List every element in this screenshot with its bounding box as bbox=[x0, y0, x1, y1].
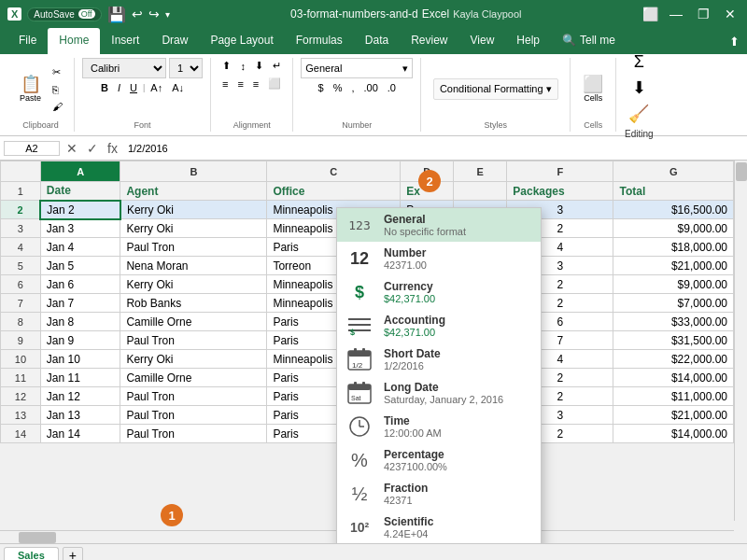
cell-14g[interactable]: $14,000.00 bbox=[613, 425, 734, 443]
cells-btn[interactable]: ⬜ Cells bbox=[578, 73, 608, 105]
scroll-thumb-h[interactable] bbox=[19, 532, 56, 543]
copy-btn[interactable]: ⎘ bbox=[49, 82, 66, 97]
cell-1a[interactable]: Date bbox=[40, 182, 120, 201]
tab-formulas[interactable]: Formulas bbox=[285, 28, 354, 54]
formula-insert-fn[interactable]: fx bbox=[105, 141, 120, 156]
tab-home[interactable]: Home bbox=[48, 28, 100, 54]
cell-9g[interactable]: $31,500.00 bbox=[613, 331, 734, 350]
cell-2b[interactable]: Kerry Oki bbox=[120, 201, 267, 219]
paste-btn[interactable]: 📋 Paste bbox=[15, 73, 46, 105]
font-size-select[interactable]: 14 bbox=[169, 58, 203, 78]
cell-3g[interactable]: $9,000.00 bbox=[613, 219, 734, 238]
format-item-long-date[interactable]: Sat Long Date Saturday, January 2, 2016 bbox=[337, 376, 541, 410]
cell-7b[interactable]: Rob Banks bbox=[120, 294, 267, 313]
conditional-formatting-btn[interactable]: Conditional Formatting ▾ bbox=[433, 78, 558, 100]
cell-4g[interactable]: $18,000.00 bbox=[613, 238, 734, 257]
cell-12a[interactable]: Jan 12 bbox=[40, 387, 120, 406]
col-header-b[interactable]: B bbox=[120, 161, 267, 182]
cell-1f[interactable]: Packages bbox=[507, 182, 613, 201]
align-top-btn[interactable]: ⬆ bbox=[218, 58, 234, 74]
sheet-add-btn[interactable]: + bbox=[63, 547, 83, 561]
formula-confirm[interactable]: ✓ bbox=[84, 141, 101, 156]
underline-btn[interactable]: U bbox=[126, 80, 141, 95]
font-name-select[interactable]: Calibri bbox=[82, 58, 166, 78]
cell-5g[interactable]: $21,000.00 bbox=[613, 257, 734, 275]
tab-page-layout[interactable]: Page Layout bbox=[199, 28, 284, 54]
tab-draw[interactable]: Draw bbox=[150, 28, 199, 54]
fill-btn[interactable]: ⬇ bbox=[626, 77, 652, 99]
format-item-number[interactable]: 12 Number 42371.00 bbox=[337, 242, 541, 275]
italic-btn[interactable]: I bbox=[114, 80, 124, 95]
dropdown-arrow[interactable]: ▾ bbox=[165, 9, 170, 20]
cell-11g[interactable]: $14,000.00 bbox=[613, 369, 734, 387]
number-format-dropdown[interactable]: General ▾ bbox=[301, 58, 413, 78]
cell-4a[interactable]: Jan 4 bbox=[40, 238, 120, 257]
cell-1c[interactable]: Office bbox=[267, 182, 401, 201]
align-bottom-btn[interactable]: ⬇ bbox=[251, 58, 267, 74]
format-item-short-date[interactable]: 1/2 Short Date 1/2/2016 bbox=[337, 343, 541, 376]
cell-6a[interactable]: Jan 6 bbox=[40, 275, 120, 294]
tab-tell-me[interactable]: 🔍 Tell me bbox=[551, 28, 627, 54]
cell-11b[interactable]: Camille Orne bbox=[120, 369, 267, 387]
cell-14b[interactable]: Paul Tron bbox=[120, 425, 267, 443]
cell-reference[interactable] bbox=[4, 141, 60, 156]
cell-8b[interactable]: Camille Orne bbox=[120, 313, 267, 331]
font-size-inc-btn[interactable]: A↑ bbox=[147, 80, 166, 95]
bold-btn[interactable]: B bbox=[97, 80, 112, 95]
format-item-fraction[interactable]: ½ Fraction 42371 bbox=[337, 477, 541, 511]
cell-5a[interactable]: Jan 5 bbox=[40, 257, 120, 275]
redo-btn[interactable]: ↪ bbox=[148, 7, 160, 21]
cell-3a[interactable]: Jan 3 bbox=[40, 219, 120, 238]
cell-7g[interactable]: $7,000.00 bbox=[613, 294, 734, 313]
format-item-currency[interactable]: $ Currency $42,371.00 bbox=[337, 275, 541, 309]
currency-btn[interactable]: $ bbox=[315, 80, 328, 95]
cell-1e[interactable] bbox=[454, 182, 507, 201]
format-painter-btn[interactable]: 🖌 bbox=[49, 99, 66, 114]
col-header-a[interactable]: A bbox=[40, 161, 120, 182]
percent-btn[interactable]: % bbox=[330, 80, 346, 95]
minimize-btn[interactable]: — bbox=[666, 7, 686, 21]
clear-btn[interactable]: 🧹 bbox=[624, 103, 654, 125]
align-center-btn[interactable]: ≡ bbox=[233, 76, 247, 91]
vertical-scrollbar[interactable] bbox=[734, 161, 747, 521]
tab-help[interactable]: Help bbox=[505, 28, 551, 54]
cell-8a[interactable]: Jan 8 bbox=[40, 313, 120, 331]
font-size-dec-btn[interactable]: A↓ bbox=[168, 80, 188, 95]
cell-12b[interactable]: Paul Tron bbox=[120, 387, 267, 406]
dec-inc-btn[interactable]: .00 bbox=[360, 80, 382, 95]
tab-view[interactable]: View bbox=[459, 28, 506, 54]
tab-data[interactable]: Data bbox=[354, 28, 400, 54]
wrap-text-btn[interactable]: ↵ bbox=[269, 58, 285, 74]
align-middle-btn[interactable]: ↕ bbox=[236, 58, 249, 74]
cell-9a[interactable]: Jan 9 bbox=[40, 331, 120, 350]
format-item-accounting[interactable]: $ Accounting $42,371.00 bbox=[337, 309, 541, 343]
restore-btn[interactable]: ❐ bbox=[694, 7, 713, 21]
cell-1g[interactable]: Total bbox=[613, 182, 734, 201]
cell-10g[interactable]: $22,000.00 bbox=[613, 350, 734, 369]
cell-11a[interactable]: Jan 11 bbox=[40, 369, 120, 387]
share-btn[interactable]: ⬆ bbox=[729, 28, 740, 54]
cell-9b[interactable]: Paul Tron bbox=[120, 331, 267, 350]
formula-input[interactable] bbox=[124, 142, 743, 155]
cell-8g[interactable]: $33,000.00 bbox=[613, 313, 734, 331]
cell-6g[interactable]: $9,000.00 bbox=[613, 275, 734, 294]
cell-6b[interactable]: Kerry Oki bbox=[120, 275, 267, 294]
sum-btn[interactable]: Σ bbox=[626, 50, 652, 73]
tab-insert[interactable]: Insert bbox=[100, 28, 150, 54]
autosave-toggle[interactable]: AutoSave Off bbox=[27, 7, 101, 21]
scroll-thumb-v[interactable] bbox=[736, 162, 747, 181]
cell-1b[interactable]: Agent bbox=[120, 182, 267, 201]
cell-5b[interactable]: Nena Moran bbox=[120, 257, 267, 275]
save-icon[interactable]: 💾 bbox=[107, 6, 126, 23]
align-left-btn[interactable]: ≡ bbox=[218, 76, 232, 91]
col-header-f[interactable]: F bbox=[507, 161, 613, 182]
format-item-general[interactable]: 123 General No specific format bbox=[337, 208, 541, 242]
comma-btn[interactable]: , bbox=[347, 80, 358, 95]
col-header-c[interactable]: C bbox=[267, 161, 401, 182]
cell-13a[interactable]: Jan 13 bbox=[40, 406, 120, 425]
cell-13g[interactable]: $21,000.00 bbox=[613, 406, 734, 425]
undo-btn[interactable]: ↩ bbox=[132, 7, 143, 21]
cell-12g[interactable]: $11,000.00 bbox=[613, 387, 734, 406]
tab-file[interactable]: File bbox=[7, 28, 48, 54]
cell-3b[interactable]: Kerry Oki bbox=[120, 219, 267, 238]
